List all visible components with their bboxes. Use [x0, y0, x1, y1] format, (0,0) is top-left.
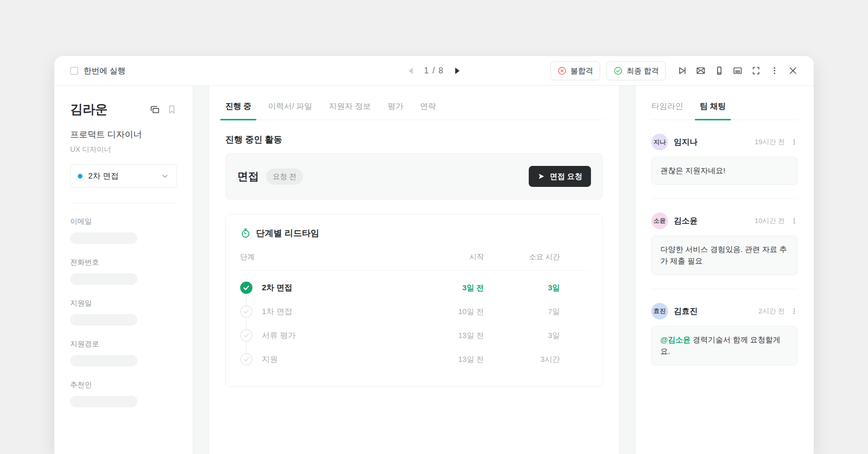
tab-applicant-info[interactable]: 지원자 정보: [329, 101, 371, 120]
check-circle-filled-icon: [240, 282, 252, 294]
col-stage: 단계: [240, 252, 419, 262]
leadtime-card: 단계별 리드타임 단계 시작 소요 시간: [225, 214, 603, 387]
field-apply-channel-label: 지원경로: [70, 339, 177, 349]
chat-author: 김소윤: [674, 215, 698, 226]
reject-label: 불합격: [570, 66, 593, 76]
prev-page-icon[interactable]: [407, 67, 415, 75]
interview-status-badge: 요청 전: [266, 168, 303, 185]
candidate-position: 프로덕트 디자이너: [70, 129, 177, 140]
mail-icon[interactable]: [696, 66, 706, 76]
field-email: 이메일: [70, 217, 177, 244]
candidate-subposition: UX 디자이너: [70, 145, 177, 154]
right-gutter: [619, 86, 635, 454]
field-apply-date: 지원일: [70, 298, 177, 326]
avatar: 지나: [651, 134, 668, 150]
avatar: 소윤: [651, 213, 668, 229]
chat-timestamp: 2시간 전: [758, 307, 785, 316]
chevron-down-icon: [161, 172, 169, 180]
topbar-actions: 불합격 최종 합격: [550, 61, 798, 80]
tab-in-progress[interactable]: 진행 중: [225, 101, 251, 120]
stage-name: 지원: [262, 354, 419, 365]
chat-timestamp: 10시간 전: [755, 216, 785, 226]
page-indicator: 1 / 8: [424, 66, 444, 76]
send-icon: [537, 172, 545, 180]
stage-name: 서류 평가: [262, 330, 419, 341]
interview-request-button[interactable]: 면접 요청: [529, 166, 591, 187]
candidate-sidebar: 김라운 프로덕트 디자이너 UX 디자이너 2차: [54, 86, 193, 454]
next-page-icon[interactable]: [453, 67, 461, 75]
mention-tag[interactable]: @김소윤: [660, 335, 690, 344]
check-circle-outline-icon: [240, 353, 252, 365]
reject-button[interactable]: 불합격: [550, 61, 600, 80]
message-card-icon[interactable]: [733, 66, 743, 76]
activity-panel: 타임라인 팀 채팅 지나 임지나 19시간 전 괜찮은 지원자네요!: [635, 86, 814, 454]
field-apply-channel: 지원경로: [70, 339, 177, 367]
message-menu-icon[interactable]: [791, 308, 798, 315]
check-circle-outline-icon: [240, 329, 252, 342]
stage-duration: 7일: [484, 307, 560, 317]
stage-start: 3일 전: [419, 283, 484, 293]
leadtime-row: 지원 13일 전 3시간: [240, 347, 588, 371]
message-divider: [651, 198, 798, 199]
leadtime-title: 단계별 리드타임: [256, 227, 319, 239]
message-menu-icon[interactable]: [791, 217, 798, 224]
field-phone-value-placeholder: [70, 273, 137, 285]
message-divider: [651, 289, 798, 289]
tab-timeline[interactable]: 타임라인: [651, 101, 683, 120]
section-title: 진행 중인 활동: [225, 134, 603, 145]
modal-topbar: 한번에 실행 1 / 8 불합격: [54, 56, 814, 86]
tab-resume-files[interactable]: 이력서/ 파일: [268, 101, 312, 120]
leadtime-divider: [240, 270, 588, 271]
check-circle-outline-icon: [240, 305, 252, 318]
page-background: 한번에 실행 1 / 8 불합격: [0, 0, 868, 454]
fullscreen-icon[interactable]: [751, 66, 761, 76]
leadtime-column-headers: 단계 시작 소요 시간: [240, 252, 588, 262]
sidebar-divider: [70, 203, 177, 203]
field-apply-date-value-placeholder: [70, 314, 137, 326]
stage-duration: 3일: [484, 283, 560, 293]
interview-title: 면접: [237, 169, 259, 184]
circle-x-icon: [557, 66, 567, 76]
stopwatch-icon: [240, 228, 251, 239]
chat-author: 임지나: [674, 137, 698, 147]
final-accept-label: 최종 합격: [626, 66, 659, 76]
stage-select[interactable]: 2차 면접: [70, 164, 177, 188]
final-accept-button[interactable]: 최종 합격: [607, 61, 666, 80]
left-gutter: [193, 86, 209, 454]
tab-contact[interactable]: 연락: [420, 101, 436, 120]
leadtime-row: 서류 평가 13일 전 3일: [240, 324, 588, 347]
candidate-name: 김라운: [70, 101, 108, 118]
chat-message: 효진 김효진 2시간 전 @김소윤 경력기술서 함께 요청할게요.: [651, 303, 798, 365]
chat-bubble: 다양한 서비스 경험있음. 관련 자료 추가 제출 필요: [651, 236, 798, 275]
stage-name: 2차 면접: [262, 282, 419, 293]
close-icon[interactable]: [788, 66, 798, 76]
run-at-once-checkbox-group[interactable]: 한번에 실행: [70, 65, 125, 76]
bookmark-icon[interactable]: [167, 104, 177, 115]
phone-icon[interactable]: [714, 66, 724, 76]
skip-next-icon[interactable]: [677, 66, 687, 76]
message-menu-icon[interactable]: [791, 138, 798, 146]
field-phone-label: 전화번호: [70, 257, 177, 267]
chat-message: 지나 임지나 19시간 전 괜찮은 지원자네요!: [651, 134, 798, 185]
stage-name: 1차 면접: [262, 306, 419, 317]
run-at-once-checkbox[interactable]: [70, 67, 78, 75]
interview-activity-card: 면접 요청 전 면접 요청: [225, 153, 603, 200]
chat-bubble: @김소윤 경력기술서 함께 요청할게요.: [651, 326, 798, 365]
chat-timestamp: 19시간 전: [755, 137, 785, 147]
chat-message: 소윤 김소윤 10시간 전 다양한 서비스 경험있음. 관련 자료 추가 제출 …: [651, 213, 798, 275]
avatar: 효진: [651, 303, 668, 320]
stage-start: 13일 전: [419, 330, 484, 340]
col-start: 시작: [419, 252, 484, 262]
kebab-menu-icon[interactable]: [770, 66, 779, 76]
stage-select-value: 2차 면접: [88, 171, 119, 181]
tab-evaluation[interactable]: 평가: [387, 101, 403, 120]
stage-dot: [78, 174, 82, 179]
run-at-once-label: 한번에 실행: [84, 65, 125, 76]
field-phone: 전화번호: [70, 257, 177, 285]
activity-tabs: 타임라인 팀 채팅: [651, 101, 798, 120]
field-referrer-label: 추천인: [70, 380, 177, 390]
pagination: 1 / 8: [407, 66, 461, 76]
copy-icon[interactable]: [149, 104, 160, 115]
tab-team-chat[interactable]: 팀 채팅: [700, 101, 726, 120]
candidate-detail-modal: 한번에 실행 1 / 8 불합격: [54, 56, 814, 454]
